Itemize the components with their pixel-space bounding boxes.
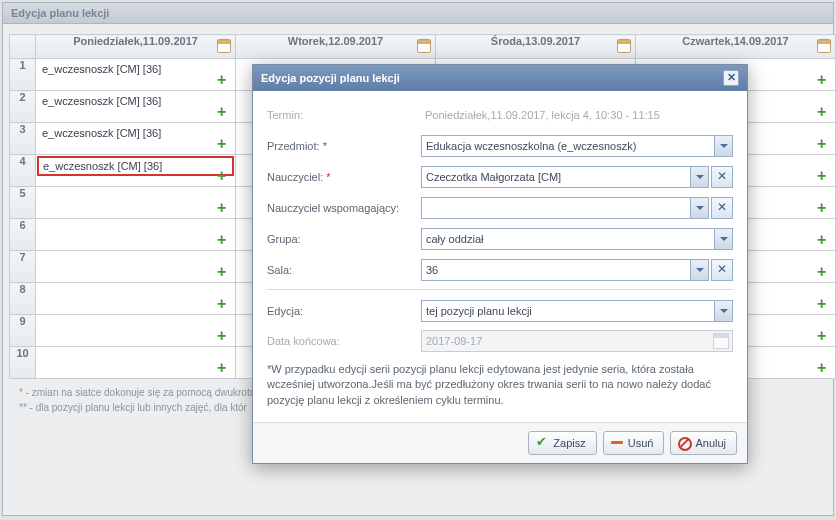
- add-entry-icon[interactable]: +: [817, 266, 831, 280]
- edit-entry-modal: Edycja pozycji planu lekcji ✕ Termin: Pr…: [252, 64, 748, 464]
- calendar-icon[interactable]: [417, 39, 431, 53]
- add-entry-icon[interactable]: +: [217, 74, 231, 88]
- minus-icon: [610, 436, 624, 450]
- subject-input[interactable]: [422, 136, 714, 156]
- chevron-down-icon[interactable]: [690, 198, 708, 218]
- label-grupa: Grupa:: [267, 233, 421, 245]
- row-number: 4: [10, 155, 36, 187]
- row-number: 5: [10, 187, 36, 219]
- cancel-icon: [677, 436, 691, 450]
- calendar-icon[interactable]: [617, 39, 631, 53]
- clear-teacher-button[interactable]: ✕: [711, 166, 733, 188]
- series-edit-note: *W przypadku edycji serii pozycji planu …: [267, 360, 733, 414]
- row-number: 3: [10, 123, 36, 155]
- row-number: 7: [10, 251, 36, 283]
- row-number: 10: [10, 347, 36, 379]
- add-entry-icon[interactable]: +: [217, 138, 231, 152]
- schedule-cell[interactable]: e_wczesnoszk [CM] [36]+: [36, 59, 236, 91]
- day-header-wed[interactable]: Środa,13.09.2017: [436, 35, 636, 59]
- modal-header[interactable]: Edycja pozycji planu lekcji ✕: [253, 65, 747, 91]
- label-sala: Sala:: [267, 264, 421, 276]
- day-header-thu[interactable]: Czwartek,14.09.2017: [636, 35, 836, 59]
- edit-scope-combo[interactable]: [421, 300, 733, 322]
- schedule-cell[interactable]: +: [36, 315, 236, 347]
- chevron-down-icon[interactable]: [714, 301, 732, 321]
- add-entry-icon[interactable]: +: [217, 330, 231, 344]
- delete-button[interactable]: Usuń: [603, 431, 665, 455]
- calendar-icon: [713, 333, 729, 349]
- label-edycja: Edycja:: [267, 305, 421, 317]
- chevron-down-icon[interactable]: [690, 167, 708, 187]
- add-entry-icon[interactable]: +: [817, 298, 831, 312]
- day-header-tue[interactable]: Wtorek,12.09.2017: [236, 35, 436, 59]
- add-entry-icon[interactable]: +: [217, 266, 231, 280]
- calendar-icon[interactable]: [217, 39, 231, 53]
- calendar-icon[interactable]: [817, 39, 831, 53]
- add-entry-icon[interactable]: +: [217, 234, 231, 248]
- chevron-down-icon[interactable]: [714, 136, 732, 156]
- lesson-entry[interactable]: e_wczesnoszk [CM] [36]: [36, 123, 235, 143]
- save-button[interactable]: Zapisz: [528, 431, 596, 455]
- label-przedmiot: Przedmiot: *: [267, 140, 421, 152]
- end-date-field: [421, 330, 733, 352]
- cancel-button[interactable]: Anuluj: [670, 431, 737, 455]
- row-number: 9: [10, 315, 36, 347]
- add-entry-icon[interactable]: +: [217, 202, 231, 216]
- lesson-entry[interactable]: e_wczesnoszk [CM] [36]: [36, 91, 235, 111]
- chevron-down-icon[interactable]: [690, 260, 708, 280]
- edit-scope-input[interactable]: [422, 301, 714, 321]
- add-entry-icon[interactable]: +: [817, 138, 831, 152]
- lesson-entry[interactable]: e_wczesnoszk [CM] [36]: [37, 156, 234, 176]
- corner-cell: [10, 35, 36, 59]
- add-entry-icon[interactable]: +: [217, 170, 231, 184]
- teacher-input[interactable]: [422, 167, 690, 187]
- group-combo[interactable]: [421, 228, 733, 250]
- add-entry-icon[interactable]: +: [217, 362, 231, 376]
- modal-title: Edycja pozycji planu lekcji: [261, 72, 400, 84]
- modal-footer: Zapisz Usuń Anuluj: [253, 422, 747, 463]
- label-termin: Termin:: [267, 109, 421, 121]
- termin-value: [421, 104, 733, 126]
- check-icon: [535, 436, 549, 450]
- add-entry-icon[interactable]: +: [817, 202, 831, 216]
- add-entry-icon[interactable]: +: [817, 234, 831, 248]
- add-entry-icon[interactable]: +: [817, 106, 831, 120]
- schedule-cell[interactable]: e_wczesnoszk [CM] [36]+: [36, 155, 236, 187]
- schedule-cell[interactable]: e_wczesnoszk [CM] [36]+: [36, 123, 236, 155]
- row-number: 2: [10, 91, 36, 123]
- termin-display: [421, 104, 733, 126]
- teacher-combo[interactable]: [421, 166, 709, 188]
- row-number: 8: [10, 283, 36, 315]
- support-teacher-input[interactable]: [422, 198, 690, 218]
- group-input[interactable]: [422, 229, 714, 249]
- label-data-koncowa: Data końcowa:: [267, 335, 421, 347]
- add-entry-icon[interactable]: +: [217, 298, 231, 312]
- room-input[interactable]: [422, 260, 690, 280]
- schedule-cell[interactable]: +: [36, 283, 236, 315]
- schedule-cell[interactable]: +: [36, 187, 236, 219]
- add-entry-icon[interactable]: +: [217, 106, 231, 120]
- panel-title: Edycja planu lekcji: [3, 3, 833, 24]
- label-nauczyciel: Nauczyciel: *: [267, 171, 421, 183]
- row-number: 1: [10, 59, 36, 91]
- schedule-cell[interactable]: e_wczesnoszk [CM] [36]+: [36, 91, 236, 123]
- add-entry-icon[interactable]: +: [817, 170, 831, 184]
- clear-support-button[interactable]: ✕: [711, 197, 733, 219]
- subject-combo[interactable]: [421, 135, 733, 157]
- end-date-input: [422, 335, 710, 347]
- clear-room-button[interactable]: ✕: [711, 259, 733, 281]
- chevron-down-icon[interactable]: [714, 229, 732, 249]
- schedule-cell[interactable]: +: [36, 251, 236, 283]
- add-entry-icon[interactable]: +: [817, 362, 831, 376]
- schedule-cell[interactable]: +: [36, 347, 236, 379]
- add-entry-icon[interactable]: +: [817, 74, 831, 88]
- row-number: 6: [10, 219, 36, 251]
- close-icon[interactable]: ✕: [723, 70, 739, 86]
- support-teacher-combo[interactable]: [421, 197, 709, 219]
- day-header-mon[interactable]: Poniedziałek,11.09.2017: [36, 35, 236, 59]
- add-entry-icon[interactable]: +: [817, 330, 831, 344]
- schedule-cell[interactable]: +: [36, 219, 236, 251]
- lesson-entry[interactable]: e_wczesnoszk [CM] [36]: [36, 59, 235, 79]
- room-combo[interactable]: [421, 259, 709, 281]
- label-wspomagajacy: Nauczyciel wspomagający:: [267, 202, 421, 214]
